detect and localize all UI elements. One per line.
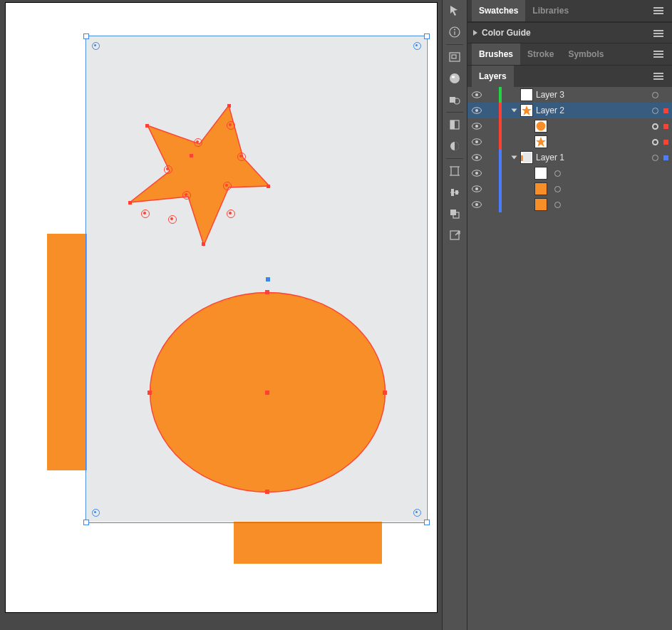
layer-thumbnail[interactable] <box>534 198 547 211</box>
properties-panel-icon[interactable] <box>443 0 467 21</box>
visibility-toggle[interactable] <box>467 138 486 145</box>
layer-name-label[interactable]: Layer 1 <box>536 153 648 162</box>
anchor-point[interactable] <box>190 154 193 158</box>
layer-thumbnail[interactable] <box>534 120 547 133</box>
tab-layers[interactable]: Layers <box>472 66 514 87</box>
anchor-point[interactable] <box>182 191 191 200</box>
layer-thumbnail[interactable] <box>534 182 547 195</box>
tab-stroke[interactable]: Stroke <box>520 43 561 65</box>
artboard[interactable] <box>6 3 437 612</box>
star-shape[interactable] <box>120 103 273 252</box>
layer-name-label[interactable]: Layer 3 <box>536 90 648 100</box>
target-button[interactable] <box>550 170 564 177</box>
anchor-point[interactable] <box>223 182 232 190</box>
visibility-toggle[interactable] <box>467 201 486 208</box>
center-point[interactable] <box>266 277 270 282</box>
selection-handle[interactable] <box>424 520 430 525</box>
anchor-point[interactable] <box>128 201 132 205</box>
layer-row[interactable]: Layer 2 <box>467 103 672 118</box>
anchor-point[interactable] <box>164 165 172 174</box>
graphic-styles-panel-icon[interactable] <box>443 89 467 110</box>
layer-row[interactable] <box>467 181 672 197</box>
anchor-point[interactable] <box>237 153 246 161</box>
anchor-point[interactable] <box>265 490 269 494</box>
visibility-toggle[interactable] <box>467 154 486 161</box>
tab-libraries[interactable]: Libraries <box>525 0 576 21</box>
live-corner-widget[interactable] <box>92 42 100 50</box>
layer-row[interactable] <box>467 134 672 150</box>
layer-thumbnail[interactable] <box>520 104 533 117</box>
disclosure-triangle-icon[interactable] <box>509 108 519 113</box>
tab-swatches[interactable]: Swatches <box>472 0 525 21</box>
align-panel-icon[interactable] <box>443 182 467 203</box>
disclosure-triangle-icon[interactable] <box>509 155 519 160</box>
layer-row[interactable] <box>467 165 672 181</box>
anchor-point[interactable] <box>145 124 149 128</box>
center-point[interactable] <box>265 391 269 395</box>
selection-indicator[interactable] <box>662 140 669 145</box>
pathfinder-panel-icon[interactable] <box>443 203 467 224</box>
live-corner-widget[interactable] <box>413 42 421 50</box>
live-corner-widget[interactable] <box>227 210 235 218</box>
anchor-point[interactable] <box>265 290 269 294</box>
live-corner-widget[interactable] <box>413 509 421 517</box>
target-button[interactable] <box>550 186 564 192</box>
layer-thumbnail[interactable] <box>534 135 547 148</box>
target-button[interactable] <box>550 202 564 208</box>
navigator-panel-icon[interactable] <box>443 46 467 68</box>
anchor-point[interactable] <box>227 104 231 108</box>
target-button[interactable] <box>648 108 662 114</box>
panel-menu-button[interactable] <box>648 0 669 21</box>
anchor-point[interactable] <box>267 185 270 188</box>
gradient-panel-icon[interactable] <box>443 114 467 135</box>
selection-indicator[interactable] <box>662 124 669 129</box>
layer-thumbnail[interactable] <box>534 167 547 180</box>
visibility-toggle[interactable] <box>467 170 486 177</box>
panel-menu-button[interactable] <box>648 23 669 44</box>
live-corner-widget[interactable] <box>168 215 177 224</box>
anchor-point[interactable] <box>202 242 205 246</box>
layer-name-label[interactable] <box>550 170 672 177</box>
layer-name-label[interactable]: Layer 2 <box>536 105 648 115</box>
artboards-panel-icon[interactable] <box>443 160 467 182</box>
selection-indicator[interactable] <box>662 155 669 160</box>
layer-thumbnail[interactable] <box>520 151 533 164</box>
layer-row[interactable]: Layer 3 <box>467 87 672 103</box>
layer-thumbnail[interactable] <box>520 88 533 101</box>
tab-brushes[interactable]: Brushes <box>472 43 520 65</box>
anchor-point[interactable] <box>194 138 202 147</box>
layer-row[interactable] <box>467 118 672 134</box>
layer-name-label[interactable] <box>550 186 672 192</box>
tab-symbols[interactable]: Symbols <box>561 43 611 65</box>
anchor-point[interactable] <box>148 391 152 395</box>
live-corner-widget[interactable] <box>141 210 150 218</box>
selection-indicator[interactable] <box>662 108 669 113</box>
target-button[interactable] <box>648 123 662 130</box>
appearance-panel-icon[interactable] <box>443 68 467 89</box>
target-button[interactable] <box>648 155 662 161</box>
layer-name-label[interactable] <box>550 202 672 208</box>
live-corner-widget[interactable] <box>227 121 235 130</box>
layer-row[interactable]: Layer 1 <box>467 150 672 165</box>
ellipse-shape[interactable] <box>148 291 387 494</box>
selection-handle[interactable] <box>83 520 89 525</box>
selection-handle[interactable] <box>424 33 430 39</box>
color-guide-header[interactable]: Color Guide <box>467 22 672 43</box>
panel-menu-button[interactable] <box>648 66 669 87</box>
target-button[interactable] <box>648 139 662 145</box>
visibility-toggle[interactable] <box>467 91 486 98</box>
rectangle-shape[interactable] <box>234 519 382 564</box>
visibility-toggle[interactable] <box>467 107 486 114</box>
panel-menu-button[interactable] <box>648 43 669 65</box>
visibility-toggle[interactable] <box>467 185 486 192</box>
live-corner-widget[interactable] <box>92 509 100 517</box>
transparency-panel-icon[interactable] <box>443 135 467 157</box>
target-button[interactable] <box>648 92 662 98</box>
asset-export-panel-icon[interactable] <box>443 224 467 246</box>
canvas-area[interactable] <box>0 0 442 630</box>
visibility-toggle[interactable] <box>467 123 486 130</box>
info-panel-icon[interactable] <box>443 21 467 43</box>
layer-row[interactable] <box>467 197 672 212</box>
selection-handle[interactable] <box>83 33 89 39</box>
anchor-point[interactable] <box>383 391 387 395</box>
